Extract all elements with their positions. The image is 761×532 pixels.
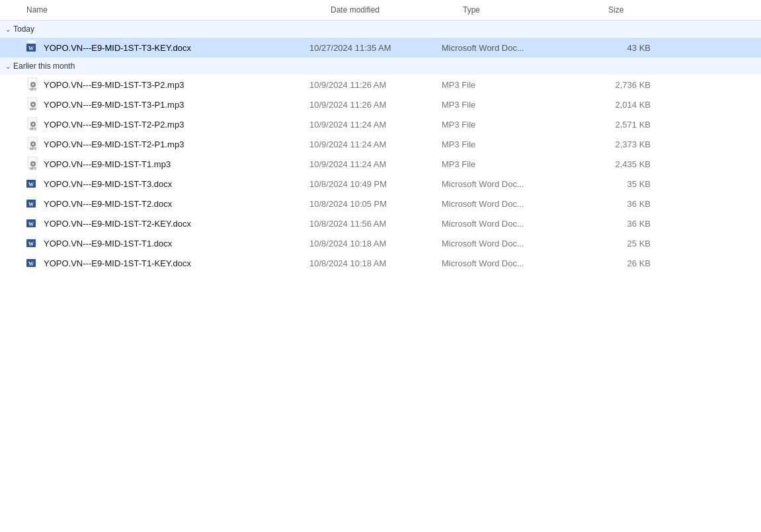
mp3-icon: MP3	[26, 77, 40, 92]
file-size: 2,014 KB	[582, 97, 661, 112]
chevron-icon: ⌄	[5, 63, 11, 70]
col-name[interactable]: Name	[21, 3, 325, 17]
word-doc-icon: W	[26, 176, 40, 191]
word-doc-icon: W	[26, 40, 40, 55]
file-name: YOPO.VN---E9-MID-1ST-T2-P2.mp3	[44, 120, 184, 130]
group-label: Earlier this month	[13, 61, 75, 71]
table-row[interactable]: MP3 YOPO.VN---E9-MID-1ST-T3-P1.mp3 10/9/…	[0, 95, 761, 114]
svg-text:MP3: MP3	[30, 167, 36, 171]
group-header-today[interactable]: ⌄ Today	[0, 20, 761, 38]
word-doc-icon: W	[26, 216, 40, 231]
file-type: MP3 File	[436, 157, 582, 172]
file-name: YOPO.VN---E9-MID-1ST-T1.mp3	[44, 159, 171, 169]
chevron-icon: ⌄	[5, 26, 11, 33]
file-name-cell: MP3 YOPO.VN---E9-MID-1ST-T3-P2.mp3	[0, 75, 304, 95]
table-row[interactable]: W YOPO.VN---E9-MID-1ST-T1-KEY.docx 10/8/…	[0, 253, 761, 273]
file-date: 10/8/2024 11:56 AM	[304, 216, 436, 231]
file-date: 10/9/2024 11:26 AM	[304, 97, 436, 112]
file-type: Microsoft Word Doc...	[436, 176, 582, 192]
file-name: YOPO.VN---E9-MID-1ST-T3-P1.mp3	[44, 100, 184, 110]
file-name-cell: W YOPO.VN---E9-MID-1ST-T1-KEY.docx	[0, 253, 304, 273]
word-doc-icon: W	[26, 196, 40, 211]
svg-text:MP3: MP3	[30, 147, 36, 151]
mp3-icon: MP3	[26, 137, 40, 151]
col-type[interactable]: Type	[458, 3, 603, 17]
file-name-cell: MP3 YOPO.VN---E9-MID-1ST-T3-P1.mp3	[0, 95, 304, 114]
table-row[interactable]: W YOPO.VN---E9-MID-1ST-T2.docx 10/8/2024…	[0, 194, 761, 213]
file-size: 2,736 KB	[582, 77, 661, 93]
file-date: 10/9/2024 11:24 AM	[304, 117, 436, 132]
file-size: 25 KB	[582, 236, 661, 251]
svg-point-10	[32, 104, 34, 106]
file-date: 10/9/2024 11:24 AM	[304, 137, 436, 152]
file-name: YOPO.VN---E9-MID-1ST-T2-P1.mp3	[44, 139, 184, 149]
file-size: 36 KB	[582, 216, 661, 231]
file-size: 35 KB	[582, 176, 661, 192]
file-date: 10/8/2024 10:18 AM	[304, 236, 436, 251]
svg-point-22	[32, 163, 34, 165]
table-row[interactable]: MP3 YOPO.VN---E9-MID-1ST-T1.mp3 10/9/202…	[0, 154, 761, 174]
mp3-icon: MP3	[26, 157, 40, 171]
table-row[interactable]: MP3 YOPO.VN---E9-MID-1ST-T2-P2.mp3 10/9/…	[0, 114, 761, 134]
file-name-cell: W YOPO.VN---E9-MID-1ST-T3.docx	[0, 174, 304, 194]
file-name-cell: W YOPO.VN---E9-MID-1ST-T3-KEY.docx	[0, 38, 304, 57]
mp3-icon: MP3	[26, 97, 40, 112]
col-size[interactable]: Size	[603, 3, 682, 17]
file-name: YOPO.VN---E9-MID-1ST-T2-KEY.docx	[44, 219, 191, 229]
file-type: Microsoft Word Doc...	[436, 40, 582, 56]
svg-text:W: W	[28, 261, 34, 267]
svg-text:W: W	[28, 221, 34, 227]
svg-text:W: W	[28, 182, 34, 188]
group-header-earlier-this-month[interactable]: ⌄ Earlier this month	[0, 57, 761, 75]
word-doc-icon: W	[26, 256, 40, 270]
file-date: 10/9/2024 11:24 AM	[304, 157, 436, 172]
file-name: YOPO.VN---E9-MID-1ST-T1.docx	[44, 239, 172, 248]
file-date: 10/8/2024 10:18 AM	[304, 256, 436, 271]
file-name-cell: W YOPO.VN---E9-MID-1ST-T2.docx	[0, 194, 304, 213]
file-type: Microsoft Word Doc...	[436, 216, 582, 231]
table-row[interactable]: W YOPO.VN---E9-MID-1ST-T1.docx 10/8/2024…	[0, 233, 761, 253]
file-type: MP3 File	[436, 117, 582, 132]
svg-text:MP3: MP3	[30, 128, 36, 131]
file-date: 10/8/2024 10:49 PM	[304, 176, 436, 192]
svg-text:W: W	[28, 46, 34, 52]
table-row[interactable]: MP3 YOPO.VN---E9-MID-1ST-T3-P2.mp3 10/9/…	[0, 75, 761, 95]
file-size: 43 KB	[582, 40, 661, 56]
file-name-cell: W YOPO.VN---E9-MID-1ST-T1.docx	[0, 233, 304, 253]
file-size: 2,571 KB	[582, 117, 661, 132]
file-type: MP3 File	[436, 137, 582, 152]
svg-text:MP3: MP3	[30, 88, 36, 91]
file-size: 2,435 KB	[582, 157, 661, 172]
group-label: Today	[13, 24, 34, 34]
col-date[interactable]: Date modified	[325, 3, 458, 17]
file-type: Microsoft Word Doc...	[436, 196, 582, 211]
file-size: 2,373 KB	[582, 137, 661, 152]
table-row[interactable]: W YOPO.VN---E9-MID-1ST-T2-KEY.docx 10/8/…	[0, 213, 761, 233]
file-name-cell: MP3 YOPO.VN---E9-MID-1ST-T2-P1.mp3	[0, 134, 304, 154]
table-row[interactable]: W YOPO.VN---E9-MID-1ST-T3-KEY.docx 10/27…	[0, 38, 761, 57]
file-date: 10/27/2024 11:35 AM	[304, 40, 436, 56]
file-name-cell: MP3 YOPO.VN---E9-MID-1ST-T1.mp3	[0, 154, 304, 174]
word-doc-icon: W	[26, 236, 40, 250]
file-name: YOPO.VN---E9-MID-1ST-T1-KEY.docx	[44, 258, 191, 268]
file-name: YOPO.VN---E9-MID-1ST-T3-KEY.docx	[44, 43, 191, 53]
file-name-cell: W YOPO.VN---E9-MID-1ST-T2-KEY.docx	[0, 213, 304, 233]
svg-point-18	[32, 143, 34, 145]
table-row[interactable]: MP3 YOPO.VN---E9-MID-1ST-T2-P1.mp3 10/9/…	[0, 134, 761, 154]
file-name: YOPO.VN---E9-MID-1ST-T3-P2.mp3	[44, 80, 184, 90]
file-name: YOPO.VN---E9-MID-1ST-T2.docx	[44, 199, 172, 209]
file-explorer: Name Date modified Type Size ⌄ Today W Y…	[0, 0, 761, 532]
file-type: Microsoft Word Doc...	[436, 236, 582, 251]
table-row[interactable]: W YOPO.VN---E9-MID-1ST-T3.docx 10/8/2024…	[0, 174, 761, 194]
file-type: MP3 File	[436, 97, 582, 112]
file-date: 10/9/2024 11:26 AM	[304, 77, 436, 93]
file-size: 26 KB	[582, 256, 661, 271]
svg-text:W: W	[28, 202, 34, 208]
file-type: Microsoft Word Doc...	[436, 256, 582, 271]
svg-text:W: W	[28, 241, 34, 247]
svg-point-14	[32, 124, 34, 126]
file-type: MP3 File	[436, 77, 582, 93]
svg-point-6	[32, 84, 34, 86]
file-name: YOPO.VN---E9-MID-1ST-T3.docx	[44, 179, 172, 189]
file-date: 10/8/2024 10:05 PM	[304, 196, 436, 211]
